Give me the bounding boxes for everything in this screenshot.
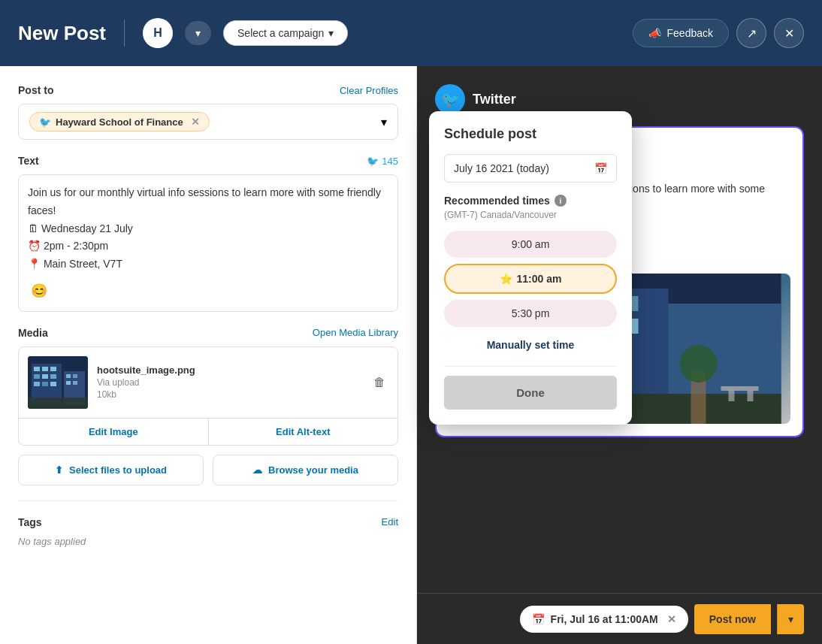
info-icon[interactable]: i <box>555 195 567 207</box>
arrow-button[interactable]: ↗ <box>736 18 766 48</box>
char-count: 🐦 145 <box>367 156 398 167</box>
manually-set-button[interactable]: Manually set time <box>444 333 617 357</box>
svg-rect-40 <box>729 390 735 401</box>
calendar-icon: 📅 <box>594 162 607 174</box>
media-filename: hootsuite_image.png <box>97 364 361 376</box>
twitter-bird-icon: 🐦 <box>39 116 51 128</box>
browse-media-button[interactable]: ☁ Browse your media <box>213 455 398 485</box>
media-thumbnail <box>28 356 88 409</box>
svg-rect-41 <box>748 390 754 401</box>
text-content: Join us for our monthly virtual info ses… <box>28 184 388 274</box>
schedule-tag-close-button[interactable]: ✕ <box>667 613 676 625</box>
text-section: Text 🐦 145 Join us for our monthly virtu… <box>18 155 398 312</box>
media-delete-button[interactable]: 🗑 <box>370 373 388 392</box>
feedback-button[interactable]: 📣 Feedback <box>633 19 729 47</box>
header-right-actions: 📣 Feedback ↗ ✕ <box>633 18 804 48</box>
edit-image-button[interactable]: Edit Image <box>19 419 209 445</box>
media-info: hootsuite_image.png Via upload 10kb <box>97 364 361 400</box>
text-line-4: 📍 Main Street, V7T <box>28 255 388 274</box>
tags-label: Tags <box>18 516 42 528</box>
close-icon: ✕ <box>784 26 794 41</box>
recommended-label: Recommended times i <box>444 195 617 207</box>
profile-remove-button[interactable]: ✕ <box>191 116 200 128</box>
media-label: Media <box>18 327 48 339</box>
media-via: Via upload <box>97 377 361 388</box>
megaphone-icon: 📣 <box>648 27 661 39</box>
profile-tag: 🐦 Hayward School of Finance ✕ <box>29 112 210 132</box>
tags-section: Tags Edit No tags applied <box>18 516 398 547</box>
header: New Post H ▾ Select a campaign ▾ 📣 Feedb… <box>0 0 822 66</box>
hootsuite-icon-button[interactable]: H <box>143 18 173 48</box>
close-button[interactable]: ✕ <box>774 18 804 48</box>
schedule-time-label: Fri, Jul 16 at 11:00AM <box>551 613 658 625</box>
platform-name: Twitter <box>473 92 516 107</box>
svg-rect-9 <box>34 382 40 386</box>
schedule-divider <box>444 366 617 367</box>
svg-rect-4 <box>42 367 48 371</box>
text-line-1: Join us for our monthly virtual info ses… <box>28 184 388 220</box>
svg-rect-8 <box>50 374 56 379</box>
media-section: Media Open Media Library <box>18 327 398 485</box>
timezone-label: (GMT-7) Canada/Vancouver <box>444 210 617 220</box>
svg-rect-13 <box>73 374 77 378</box>
edit-alttext-button[interactable]: Edit Alt-text <box>209 419 398 445</box>
chevron-down-icon-post: ▾ <box>788 613 793 625</box>
schedule-tag: 📅 Fri, Jul 16 at 11:00AM ✕ <box>520 606 688 633</box>
media-card: hootsuite_image.png Via upload 10kb 🗑 Ed… <box>18 346 398 446</box>
svg-rect-16 <box>28 398 88 409</box>
upload-icon: ⬆ <box>55 464 63 476</box>
time-option-2-label: 11:00 am <box>517 273 562 285</box>
profile-selector[interactable]: 🐦 Hayward School of Finance ✕ ▾ <box>18 104 398 140</box>
section-divider <box>18 500 398 501</box>
media-header: Media Open Media Library <box>18 327 398 339</box>
date-input[interactable]: July 16 2021 (today) 📅 <box>444 154 617 183</box>
post-to-label: Post to <box>18 84 53 96</box>
emoji-picker-button[interactable]: 😊 <box>28 280 50 302</box>
header-divider <box>124 20 125 47</box>
post-to-header: Post to Clear Profiles <box>18 84 398 96</box>
profile-dropdown-icon: ▾ <box>381 115 387 129</box>
post-now-dropdown-button[interactable]: ▾ <box>777 604 804 634</box>
twitter-bird-icon-large: 🐦 <box>441 90 460 108</box>
svg-point-38 <box>680 345 718 382</box>
media-item: hootsuite_image.png Via upload 10kb 🗑 <box>19 347 397 418</box>
calendar-icon-small: 📅 <box>532 613 545 625</box>
cloud-icon: ☁ <box>252 464 262 476</box>
text-line-2: 🗓 Wednesday 21 July <box>28 220 388 238</box>
page-title: New Post <box>18 22 106 45</box>
campaign-chevron-icon: ▾ <box>328 27 334 39</box>
clear-profiles-button[interactable]: Clear Profiles <box>340 85 398 96</box>
time-option-3[interactable]: 5:30 pm <box>444 300 617 327</box>
char-count-value: 145 <box>382 156 398 167</box>
chevron-down-icon: ▾ <box>195 27 201 39</box>
profile-name: Hayward School of Finance <box>56 116 183 128</box>
hootsuite-dropdown-button[interactable]: ▾ <box>185 21 211 45</box>
time-option-1[interactable]: 9:00 am <box>444 231 617 258</box>
select-files-button[interactable]: ⬆ Select files to upload <box>18 455 204 485</box>
upload-row: ⬆ Select files to upload ☁ Browse your m… <box>18 455 398 485</box>
select-files-label: Select files to upload <box>69 464 167 476</box>
schedule-modal: Schedule post July 16 2021 (today) 📅 Rec… <box>429 111 632 425</box>
left-panel: Post to Clear Profiles 🐦 Hayward School … <box>0 66 417 644</box>
svg-rect-12 <box>66 374 71 378</box>
text-label: Text <box>18 155 39 167</box>
post-now-button[interactable]: Post now <box>694 604 771 634</box>
text-line-3: ⏰ 2pm - 2:30pm <box>28 237 388 255</box>
feedback-label: Feedback <box>667 27 713 39</box>
svg-rect-14 <box>66 381 71 385</box>
open-media-library-button[interactable]: Open Media Library <box>313 327 398 338</box>
main-content: Post to Clear Profiles 🐦 Hayward School … <box>0 66 822 644</box>
tags-edit-button[interactable]: Edit <box>382 516 398 528</box>
time-option-2[interactable]: ⭐ 11:00 am <box>444 264 617 294</box>
campaign-selector-button[interactable]: Select a campaign ▾ <box>223 20 348 46</box>
text-area[interactable]: Join us for our monthly virtual info ses… <box>18 174 398 312</box>
bottom-bar: 📅 Fri, Jul 16 at 11:00AM ✕ Post now ▾ <box>417 593 822 644</box>
twitter-icon-small: 🐦 <box>367 156 379 167</box>
svg-rect-7 <box>42 374 48 379</box>
right-panel: 🐦 Twitter Hw Hayward School of Fina... @… <box>417 66 822 644</box>
svg-rect-6 <box>34 374 40 379</box>
svg-rect-10 <box>42 382 48 386</box>
svg-rect-5 <box>50 367 56 371</box>
done-button[interactable]: Done <box>444 376 617 410</box>
tags-header: Tags Edit <box>18 516 398 528</box>
